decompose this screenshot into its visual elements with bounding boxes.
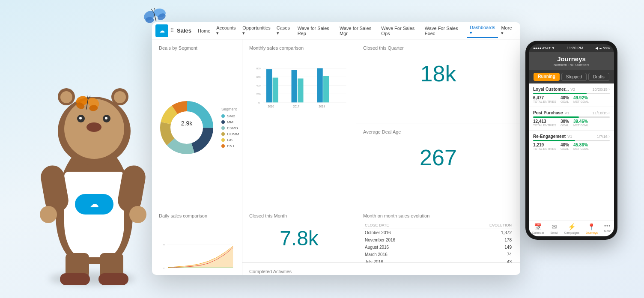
- journey-list: Loyal Customer... V2 10/20/15 › 6,477 TO…: [529, 83, 614, 221]
- mom-value-cell: 149: [449, 244, 513, 251]
- nav-item-wave-rep[interactable]: Wave for Sales Rep: [295, 24, 337, 37]
- monthly-sales-chart: 800 600 400 200 0: [249, 54, 349, 122]
- svg-text:2017: 2017: [293, 105, 299, 108]
- daily-sales-chart: 5м 0: [159, 222, 235, 275]
- journey-name-1: Loyal Customer...: [533, 87, 569, 92]
- phone-device: ●●●● AT&T ▼ 11:20 PM ◀ ☁ 53% Journeys No…: [525, 41, 617, 240]
- widget-closed-quarter: Closed this Quarter 18k: [356, 39, 520, 123]
- nav-item-wave-exec[interactable]: Wave For Sales Exec: [422, 24, 467, 37]
- svg-text:0: 0: [258, 101, 260, 104]
- svg-rect-32: [317, 68, 322, 102]
- tab-drafts[interactable]: Drafts: [588, 73, 609, 81]
- widget-deals-segment: Deals by Segment 2.9k: [152, 39, 242, 207]
- widget-title: Deals by Segment: [159, 45, 235, 51]
- journey-date-2: 11/18/15: [593, 111, 608, 115]
- phone-nav-journeys[interactable]: 📍 Journeys: [586, 223, 598, 234]
- svg-point-2: [145, 17, 154, 23]
- closed-month-value: 7.8k: [249, 220, 349, 256]
- journey-item-1[interactable]: Loyal Customer... V2 10/20/15 › 6,477 TO…: [529, 83, 614, 107]
- mom-date-cell: November 2016: [363, 236, 449, 244]
- widget-avg-deal-age: Average Deal Age 267: [356, 123, 520, 207]
- mom-table-row[interactable]: March 201674: [363, 251, 513, 258]
- mom-value-cell: 1,372: [449, 229, 513, 237]
- phone-header: Journeys Northern Trail Outfitters: [529, 52, 614, 70]
- mom-table-row[interactable]: October 20161,372: [363, 229, 513, 237]
- svg-text:400: 400: [256, 84, 261, 87]
- widget-title: Closed this Quarter: [363, 45, 513, 51]
- svg-text:800: 800: [256, 67, 261, 70]
- nav-item-more[interactable]: More ▾: [498, 24, 517, 37]
- nav-bar: ☁ ⠿ Sales Home Accounts ▾ Opportunities …: [152, 22, 520, 39]
- closed-quarter-value: 18k: [363, 52, 513, 95]
- donut-chart: 2.9k: [159, 100, 215, 155]
- journey-date-1: 10/20/15: [593, 87, 608, 92]
- phone-subtitle: Northern Trail Outfitters: [534, 63, 609, 67]
- svg-text:600: 600: [256, 76, 261, 78]
- journey-name-2: Post Purchase: [533, 110, 563, 115]
- tab-stopped[interactable]: Stopped: [561, 73, 587, 81]
- svg-text:2.9k: 2.9k: [181, 120, 193, 127]
- widget-title: Month on month sales evolution: [363, 213, 513, 218]
- nav-item-opportunities[interactable]: Opportunities ▾: [239, 24, 273, 37]
- grid-icon[interactable]: ⠿: [170, 27, 174, 34]
- widget-monthly-sales: Monthly sales comparison 800 600 400 200…: [242, 39, 356, 207]
- mom-value-cell: 43: [449, 258, 513, 262]
- mom-date-cell: October 2016: [363, 229, 449, 237]
- svg-text:2018: 2018: [319, 105, 325, 108]
- app-name: Sales: [177, 27, 191, 34]
- journey-version-3: V1: [567, 134, 572, 139]
- svg-text:200: 200: [256, 93, 261, 95]
- mom-table-row[interactable]: July 201643: [363, 258, 513, 262]
- journey-version-2: V1: [564, 111, 569, 115]
- donut-legend: Segment SMB MM ESMB COM: [221, 107, 239, 148]
- svg-text:5м: 5м: [163, 244, 165, 246]
- svg-rect-30: [292, 70, 297, 102]
- widget-title: Daily sales comparison: [159, 213, 235, 218]
- phone-status-bar: ●●●● AT&T ▼ 11:20 PM ◀ ☁ 53%: [529, 44, 614, 52]
- mom-date-cell: July 2016: [363, 258, 449, 262]
- phone-nav-campaigns[interactable]: ⚡ Campaigns: [564, 223, 579, 234]
- svg-text:0: 0: [164, 267, 165, 269]
- phone-title: Journeys: [534, 55, 609, 63]
- mom-date-cell: August 2016: [363, 244, 449, 251]
- mom-table-row[interactable]: November 2016178: [363, 236, 513, 244]
- tab-running[interactable]: Running: [534, 73, 560, 81]
- widget-title: Monthly sales comparison: [249, 45, 349, 51]
- journey-item-2[interactable]: Post Purchase V1 11/18/15 › 12,413 TOTAL…: [529, 107, 614, 131]
- nav-item-cases[interactable]: Cases ▾: [274, 24, 295, 37]
- mom-table-row[interactable]: August 2016149: [363, 244, 513, 251]
- phone-nav-more[interactable]: ••• More: [604, 223, 611, 234]
- phone-nav-calendar[interactable]: 📅 Calendar: [532, 223, 544, 234]
- nav-item-dashboards[interactable]: Dashboards ▾: [467, 24, 498, 38]
- phone-nav: 📅 Calendar ✉ Email ⚡ Campaigns 📍 Journey…: [529, 221, 614, 236]
- nav-item-accounts[interactable]: Accounts ▾: [213, 24, 239, 37]
- widget-title: Closed this Month: [249, 213, 349, 218]
- nav-item-home[interactable]: Home: [195, 27, 213, 35]
- nav-item-wave-mgr[interactable]: Wave for Sales Mgr: [337, 24, 378, 37]
- widget-title: Average Deal Age: [363, 129, 513, 134]
- widget-mom-sales: Month on month sales evolution CLOSE DAT…: [356, 207, 520, 262]
- widget-closed-month: Closed this Month 7.8k: [242, 207, 356, 262]
- mom-value-cell: 74: [449, 251, 513, 258]
- phone-tabs: Running Stopped Drafts: [529, 70, 614, 83]
- laptop-screen: ☁ ⠿ Sales Home Accounts ▾ Opportunities …: [152, 22, 520, 275]
- svg-text:2016: 2016: [268, 105, 274, 108]
- journey-version-1: V2: [570, 87, 575, 92]
- journey-name-3: Re-Engagement: [533, 134, 566, 139]
- mom-table: CLOSE DATE EVOLUTION October 20161,372No…: [363, 222, 513, 262]
- mom-date-cell: March 2016: [363, 251, 449, 258]
- svg-rect-28: [266, 69, 272, 102]
- widget-empty: [356, 263, 520, 275]
- widget-title: Completed Activities: [249, 269, 349, 274]
- nav-item-wave-ops[interactable]: Wave For Sales Ops: [378, 24, 422, 37]
- journey-item-3[interactable]: Re-Engagement V1 1/7/16 › 1,219 TOTAL EN…: [529, 131, 614, 154]
- svg-rect-31: [298, 78, 303, 102]
- svg-rect-33: [323, 76, 329, 102]
- phone-nav-email[interactable]: ✉ Email: [550, 223, 558, 234]
- widget-daily-sales: Daily sales comparison 5м 0: [152, 207, 242, 275]
- mom-value-cell: 178: [449, 236, 513, 244]
- journey-date-3: 1/7/16: [597, 134, 608, 139]
- svg-rect-29: [273, 77, 278, 102]
- avg-deal-age-value: 267: [363, 136, 513, 179]
- widget-completed-activities: Completed Activities 1.5k: [242, 263, 356, 275]
